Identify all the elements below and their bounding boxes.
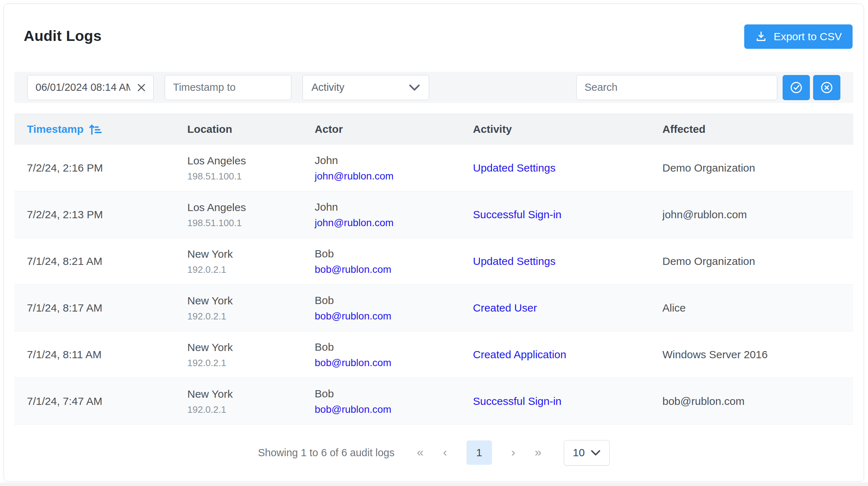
- actor-email-link[interactable]: bob@rublon.com: [315, 404, 473, 415]
- cell-activity: Created Application: [473, 349, 662, 361]
- table-body: 7/2/24, 2:16 PM Los Angeles 198.51.100.1…: [14, 145, 853, 425]
- cell-timestamp: 7/1/24, 7:47 AM: [14, 395, 187, 407]
- row-timestamp: 7/1/24, 8:17 AM: [27, 302, 102, 314]
- actor-email-link[interactable]: bob@rublon.com: [315, 311, 473, 322]
- row-timestamp: 7/1/24, 8:21 AM: [27, 255, 102, 267]
- cell-actor: John john@rublon.com: [315, 154, 473, 182]
- clear-filters-button[interactable]: [813, 75, 840, 100]
- actor-name: John: [315, 201, 473, 213]
- cell-activity: Successful Sign-in: [473, 395, 662, 407]
- pagination-controls: « ‹ 1 › »: [417, 440, 541, 465]
- cell-activity: Updated Settings: [473, 162, 662, 174]
- affected-value: Alice: [662, 302, 686, 314]
- chevron-down-icon: [591, 450, 601, 456]
- timestamp-to-input[interactable]: [165, 75, 291, 100]
- activity-link[interactable]: Successful Sign-in: [473, 395, 562, 407]
- actor-email-link[interactable]: john@rublon.com: [315, 171, 473, 182]
- page-size-select[interactable]: 10: [564, 440, 610, 466]
- table-row: 7/1/24, 7:47 AM New York 192.0.2.1 Bob b…: [14, 378, 853, 425]
- column-header-affected: Affected: [662, 123, 853, 135]
- column-header-timestamp[interactable]: Timestamp: [14, 123, 187, 135]
- export-csv-label: Export to CSV: [774, 31, 842, 43]
- cell-actor: Bob bob@rublon.com: [315, 248, 473, 275]
- apply-filters-button[interactable]: [783, 75, 810, 100]
- affected-value: john@rublon.com: [662, 209, 747, 220]
- cell-actor: Bob bob@rublon.com: [315, 294, 473, 322]
- cell-actor: Bob bob@rublon.com: [315, 341, 473, 368]
- cell-activity: Updated Settings: [473, 255, 662, 267]
- pagination-summary: Showing 1 to 6 of 6 audit logs: [258, 447, 394, 459]
- page-title: Audit Logs: [24, 28, 102, 45]
- activity-link[interactable]: Created Application: [473, 349, 566, 360]
- location-ip: 198.51.100.1: [187, 171, 315, 181]
- next-page-button[interactable]: ›: [511, 446, 515, 459]
- row-timestamp: 7/1/24, 8:11 AM: [27, 349, 102, 360]
- actor-name: Bob: [315, 248, 473, 260]
- row-timestamp: 7/2/24, 2:13 PM: [27, 209, 103, 220]
- cell-affected: Demo Organization: [662, 255, 853, 267]
- first-page-button[interactable]: «: [417, 446, 423, 459]
- actor-email-link[interactable]: john@rublon.com: [315, 218, 473, 228]
- chevron-down-icon: [409, 84, 420, 91]
- cell-timestamp: 7/1/24, 8:21 AM: [14, 255, 187, 267]
- search-input[interactable]: [576, 75, 777, 100]
- cell-timestamp: 7/2/24, 2:16 PM: [14, 162, 187, 174]
- cell-location: Los Angeles 198.51.100.1: [187, 201, 315, 228]
- table-row: 7/2/24, 2:13 PM Los Angeles 198.51.100.1…: [14, 191, 853, 238]
- table-header-row: Timestamp Location Actor Activity Affect…: [14, 113, 853, 145]
- cell-timestamp: 7/1/24, 8:11 AM: [14, 349, 187, 361]
- location-city: New York: [187, 295, 315, 307]
- x-circle-icon: [820, 80, 834, 95]
- cell-affected: Windows Server 2016: [662, 349, 853, 361]
- cell-activity: Successful Sign-in: [473, 209, 662, 221]
- export-csv-button[interactable]: Export to CSV: [744, 24, 853, 49]
- row-timestamp: 7/1/24, 7:47 AM: [27, 395, 102, 407]
- sort-ascending-icon: [89, 123, 102, 135]
- activity-link[interactable]: Created User: [473, 302, 537, 314]
- table-row: 7/1/24, 8:11 AM New York 192.0.2.1 Bob b…: [14, 331, 853, 378]
- page-size-value: 10: [573, 447, 585, 459]
- cell-activity: Created User: [473, 302, 662, 314]
- page-bottom-strip: [0, 482, 868, 486]
- actor-email-link[interactable]: bob@rublon.com: [315, 358, 473, 368]
- column-header-location: Location: [187, 123, 315, 135]
- location-ip: 192.0.2.1: [187, 358, 315, 368]
- location-city: New York: [187, 248, 315, 260]
- cell-timestamp: 7/2/24, 2:13 PM: [14, 209, 187, 221]
- location-ip: 192.0.2.1: [187, 311, 315, 321]
- cell-affected: Demo Organization: [662, 162, 853, 174]
- audit-logs-card: Audit Logs Export to CSV Activity: [4, 4, 864, 482]
- last-page-button[interactable]: »: [535, 446, 541, 459]
- table-row: 7/1/24, 8:21 AM New York 192.0.2.1 Bob b…: [14, 238, 853, 285]
- table-row: 7/1/24, 8:17 AM New York 192.0.2.1 Bob b…: [14, 285, 853, 331]
- timestamp-header-label: Timestamp: [27, 123, 84, 135]
- location-city: New York: [187, 341, 315, 354]
- column-header-actor: Actor: [315, 123, 473, 135]
- cell-location: New York 192.0.2.1: [187, 295, 315, 321]
- actor-name: Bob: [315, 388, 473, 400]
- actor-email-link[interactable]: bob@rublon.com: [315, 264, 473, 275]
- cell-timestamp: 7/1/24, 8:17 AM: [14, 302, 187, 314]
- clear-date-icon[interactable]: [135, 81, 148, 94]
- cell-location: New York 192.0.2.1: [187, 388, 315, 415]
- location-ip: 192.0.2.1: [187, 265, 315, 275]
- activity-link[interactable]: Successful Sign-in: [473, 209, 562, 220]
- column-header-activity: Activity: [473, 123, 662, 135]
- activity-filter-select[interactable]: Activity: [302, 75, 429, 100]
- location-city: Los Angeles: [187, 155, 315, 167]
- affected-value: bob@rublon.com: [662, 395, 745, 407]
- cell-location: New York 192.0.2.1: [187, 248, 315, 275]
- cell-location: New York 192.0.2.1: [187, 341, 315, 368]
- location-city: Los Angeles: [187, 201, 315, 214]
- location-ip: 192.0.2.1: [187, 405, 315, 415]
- cell-affected: Alice: [662, 302, 853, 314]
- activity-link[interactable]: Updated Settings: [473, 255, 555, 267]
- previous-page-button[interactable]: ‹: [443, 446, 447, 459]
- affected-value: Windows Server 2016: [662, 349, 768, 360]
- actor-name: John: [315, 154, 473, 167]
- timestamp-from-field: [27, 75, 154, 100]
- activity-link[interactable]: Updated Settings: [473, 162, 555, 174]
- cell-location: Los Angeles 198.51.100.1: [187, 155, 315, 181]
- current-page-button[interactable]: 1: [466, 440, 492, 465]
- filter-bar: Activity: [14, 72, 853, 103]
